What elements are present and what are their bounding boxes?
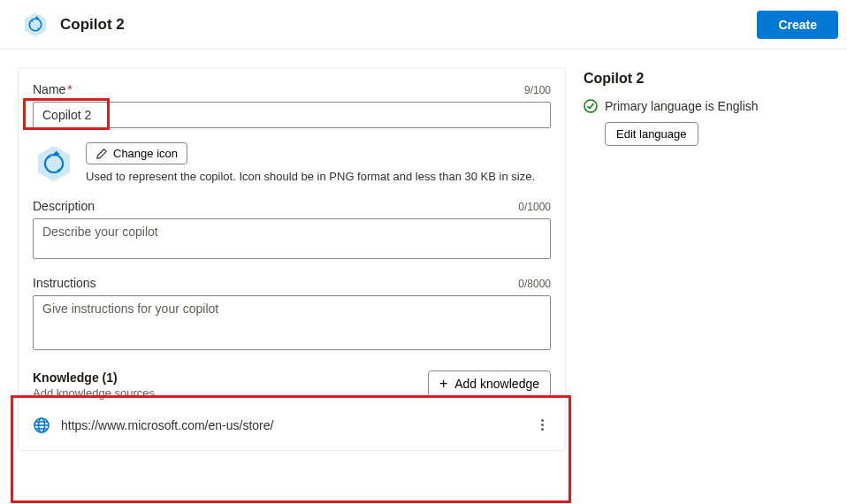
instructions-input[interactable] <box>33 295 551 350</box>
side-title: Copilot 2 <box>584 71 847 87</box>
copilot-icon <box>21 11 50 39</box>
content-row: Name* 9/100 Change icon Used to represe <box>0 50 847 451</box>
side-panel: Copilot 2 Primary language is English Ed… <box>566 67 847 451</box>
knowledge-subtitle: Add knowledge sources <box>33 386 155 400</box>
main-panel: Name* 9/100 Change icon Used to represe <box>18 67 566 451</box>
page-title: Copilot 2 <box>60 16 125 34</box>
name-label: Name* <box>33 82 72 96</box>
svg-marker-1 <box>38 146 70 181</box>
knowledge-item-left: https://www.microsoft.com/en-us/store/ <box>33 416 273 434</box>
add-knowledge-button[interactable]: + Add knowledge <box>428 370 551 397</box>
knowledge-header: Knowledge (1) Add knowledge sources + Ad… <box>33 370 551 400</box>
copilot-avatar-icon <box>33 142 75 185</box>
required-star: * <box>67 82 72 96</box>
name-char-count: 9/100 <box>524 84 551 96</box>
page-header: Copilot 2 Create <box>0 0 847 50</box>
language-status-row: Primary language is English <box>584 99 847 113</box>
knowledge-section: Knowledge (1) Add knowledge sources + Ad… <box>33 370 551 439</box>
icon-row: Change icon Used to represent the copilo… <box>33 142 551 185</box>
description-char-count: 0/1000 <box>518 201 551 213</box>
instructions-field-block: Instructions 0/8000 <box>33 276 551 353</box>
change-icon-button[interactable]: Change icon <box>86 142 187 164</box>
description-label-row: Description 0/1000 <box>33 199 551 213</box>
knowledge-item-menu-button[interactable] <box>534 416 551 434</box>
create-button[interactable]: Create <box>757 11 838 39</box>
description-input[interactable] <box>33 218 551 259</box>
name-field-block: Name* 9/100 <box>33 82 551 128</box>
knowledge-item: https://www.microsoft.com/en-us/store/ <box>33 410 551 439</box>
instructions-label-row: Instructions 0/8000 <box>33 276 551 290</box>
instructions-char-count: 0/8000 <box>518 278 551 290</box>
knowledge-header-text: Knowledge (1) Add knowledge sources <box>33 370 155 400</box>
edit-language-button[interactable]: Edit language <box>605 122 698 146</box>
description-label: Description <box>33 199 95 213</box>
svg-marker-0 <box>25 12 46 36</box>
header-left: Copilot 2 <box>21 11 125 39</box>
plus-icon: + <box>439 377 447 391</box>
knowledge-title: Knowledge (1) <box>33 370 155 385</box>
knowledge-url: https://www.microsoft.com/en-us/store/ <box>61 418 273 432</box>
check-circle-icon <box>584 99 598 113</box>
icon-hint-text: Used to represent the copilot. Icon shou… <box>86 170 551 183</box>
name-label-row: Name* 9/100 <box>33 82 551 96</box>
edit-icon <box>95 148 108 160</box>
globe-icon <box>33 416 50 434</box>
icon-row-right: Change icon Used to represent the copilo… <box>86 142 551 183</box>
instructions-label: Instructions <box>33 276 96 290</box>
description-field-block: Description 0/1000 <box>33 199 551 262</box>
language-status-text: Primary language is English <box>605 99 759 113</box>
name-input[interactable] <box>33 102 551 128</box>
